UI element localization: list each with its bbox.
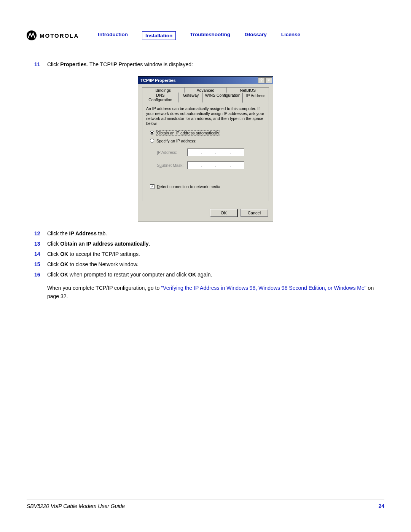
page-footer: SBV5220 VoIP Cable Modem User Guide 24 — [27, 500, 384, 509]
t: Click the — [47, 230, 69, 236]
accel: S — [156, 139, 159, 143]
tab-netbios[interactable]: NetBIOS — [227, 87, 269, 93]
t: When you complete TCP/IP configuration, … — [47, 285, 161, 291]
cancel-button[interactable]: Cancel — [240, 209, 268, 217]
t: Click — [47, 272, 60, 278]
step-13: 13 Click Obtain an IP address automatica… — [34, 240, 377, 248]
ok-button[interactable]: OK — [210, 209, 238, 217]
step-text: Click OK when prompted to restart your c… — [47, 271, 377, 279]
accel: S — [157, 163, 159, 168]
tab-dns[interactable]: DNS Configuration — [142, 93, 179, 102]
step-text: Click OK to accept the TCP/IP settings. — [47, 250, 377, 258]
t: Click — [47, 241, 60, 247]
t: tab. — [97, 230, 107, 236]
subnet-mask-field: Suubnet Mask: ... — [157, 161, 265, 169]
text: Click — [47, 61, 60, 67]
t: when prompted to restart your computer a… — [68, 272, 188, 278]
ip-address-field: IP Address: ... — [157, 149, 265, 156]
accel: O — [157, 131, 160, 135]
motorola-logo-icon — [27, 30, 37, 40]
step-number: 16 — [34, 271, 47, 279]
nav-troubleshooting[interactable]: Troubleshooting — [190, 32, 230, 40]
step-16: 16 Click OK when prompted to restart you… — [34, 271, 377, 279]
dialog-title-text: TCP/IP Properties — [140, 78, 176, 83]
help-button[interactable]: ? — [258, 77, 265, 83]
ip-address-input[interactable]: ... — [187, 149, 244, 156]
step-15: 15 Click OK to close the Network window. — [34, 260, 377, 268]
radio-icon[interactable] — [150, 131, 154, 135]
t: to accept the TCP/IP settings. — [68, 251, 140, 257]
brand: MOTOROLA — [27, 30, 79, 40]
tabs-row-1: Bindings Advanced NetBIOS — [142, 87, 269, 93]
tb: OK — [60, 251, 68, 257]
close-button[interactable]: × — [265, 77, 272, 83]
tb: OK — [60, 261, 68, 267]
t: Click — [47, 251, 60, 257]
step-number: 12 — [34, 230, 47, 238]
tab-ip-address[interactable]: IP Address — [242, 93, 269, 103]
radio-specify-ip[interactable]: Specify an IP address: — [150, 139, 265, 143]
tb: IP Address — [69, 230, 97, 236]
text: . The TCP/IP Properties window is displa… — [86, 61, 193, 67]
tb: OK — [60, 272, 68, 278]
screenshot-tcpip-dialog: TCP/IP Properties ? × Bindings Advanced … — [34, 76, 377, 222]
accel: D — [157, 184, 160, 189]
page-number: 24 — [378, 503, 384, 509]
label: P Address: — [158, 150, 177, 155]
step-text: Click the IP Address tab. — [47, 230, 377, 238]
step-text: Click Obtain an IP address automatically… — [47, 240, 377, 248]
tab-panel-ip: An IP address can be automatically assig… — [142, 102, 269, 201]
label: ubnet Mask: — [162, 163, 183, 168]
page-content: 11 Click Properties. The TCP/IP Properti… — [27, 46, 384, 300]
tab-gateway[interactable]: Gateway — [179, 93, 203, 102]
t: to close the Network window. — [68, 261, 138, 267]
label: pecify an IP address: — [159, 139, 196, 143]
radio-icon[interactable] — [150, 139, 154, 143]
label: etect connection to network media — [160, 184, 220, 189]
guide-title: SBV5220 VoIP Cable Modem User Guide — [27, 503, 125, 509]
dialog-description: An IP address can be automatically assig… — [146, 106, 265, 126]
tab-wins[interactable]: WINS Configuration — [203, 93, 242, 102]
nav-introduction[interactable]: Introduction — [98, 32, 128, 40]
header-bar: MOTOROLA Introduction Installation Troub… — [27, 30, 384, 46]
text-bold: Properties — [60, 61, 86, 67]
nav-installation[interactable]: Installation — [142, 32, 175, 40]
nav-links: Introduction Installation Troubleshootin… — [98, 32, 300, 40]
step-14: 14 Click OK to accept the TCP/IP setting… — [34, 250, 377, 258]
tab-bindings[interactable]: Bindings — [142, 87, 184, 93]
verify-ip-link[interactable]: "Verifying the IP Address in Windows 98,… — [161, 285, 366, 291]
detect-media-checkbox-row[interactable]: ✓ Detect connection to network media — [150, 184, 265, 189]
t: again. — [196, 272, 212, 278]
tb: OK — [188, 272, 196, 278]
nav-glossary[interactable]: Glossary — [245, 32, 267, 40]
step-text: Click Properties. The TCP/IP Properties … — [47, 61, 377, 69]
label: btain an IP address automatically — [160, 131, 219, 135]
step-12: 12 Click the IP Address tab. — [34, 230, 377, 238]
step-11: 11 Click Properties. The TCP/IP Properti… — [34, 61, 377, 69]
tcpip-properties-dialog: TCP/IP Properties ? × Bindings Advanced … — [138, 76, 273, 222]
brand-text: MOTOROLA — [40, 32, 79, 39]
step-number: 11 — [34, 61, 47, 69]
checkbox-icon[interactable]: ✓ — [150, 184, 155, 189]
t: Click — [47, 261, 60, 267]
nav-license[interactable]: License — [281, 32, 300, 40]
closing-paragraph: When you complete TCP/IP configuration, … — [47, 284, 377, 300]
tb: Obtain an IP address automatically — [60, 241, 148, 247]
dialog-titlebar: TCP/IP Properties ? × — [138, 77, 273, 84]
step-text: Click OK to close the Network window. — [47, 260, 377, 268]
step-number: 14 — [34, 250, 47, 258]
radio-obtain-auto[interactable]: Obtain an IP address automatically — [150, 130, 265, 136]
dialog-button-row: OK Cancel — [138, 205, 273, 222]
t: . — [149, 241, 150, 247]
tab-advanced[interactable]: Advanced — [184, 87, 226, 93]
step-number: 15 — [34, 260, 47, 268]
step-number: 13 — [34, 240, 47, 248]
subnet-mask-input[interactable]: ... — [187, 161, 244, 169]
tabs-row-2: DNS Configuration Gateway WINS Configura… — [142, 93, 269, 102]
